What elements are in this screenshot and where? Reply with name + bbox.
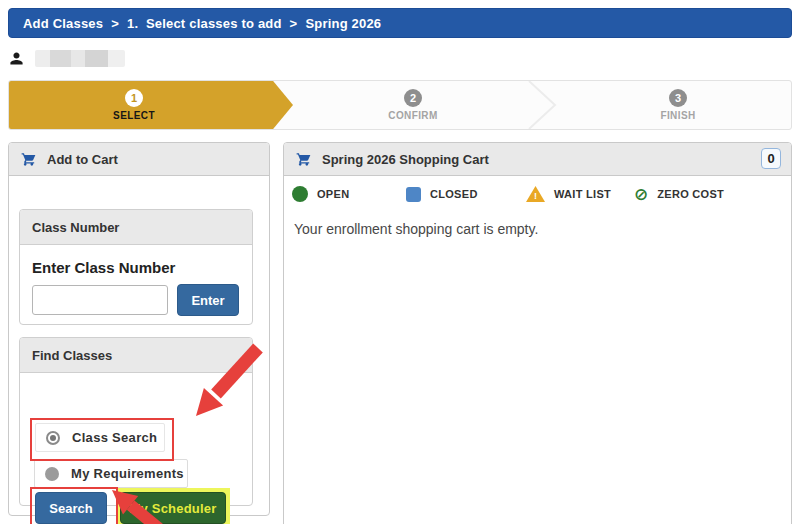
step-select: 1 SELECT (74, 81, 194, 129)
shopping-cart-header: Spring 2026 Shopping Cart 0 (284, 143, 791, 176)
breadcrumb-separator: > (290, 16, 298, 31)
my-scheduler-button[interactable]: My Scheduler (120, 492, 226, 524)
legend-label: ZERO COST (657, 188, 724, 200)
my-requirements-label: My Requirements (71, 466, 184, 481)
step-label: SELECT (113, 110, 155, 121)
legend-closed: CLOSED (406, 183, 478, 205)
class-search-label: Class Search (72, 430, 157, 445)
legend-open: OPEN (292, 183, 349, 205)
enter-button[interactable]: Enter (177, 284, 239, 316)
step-number-badge: 2 (404, 89, 422, 107)
zero-cost-status-icon: ⊘ (634, 186, 648, 203)
enrollment-stepper: 1 SELECT 2 CONFIRM 3 FINISH (8, 80, 792, 130)
legend-zero-cost: ⊘ ZERO COST (634, 183, 724, 205)
redacted-username (35, 50, 125, 67)
breadcrumb-add-classes[interactable]: Add Classes (23, 16, 103, 31)
cart-count-badge: 0 (761, 148, 781, 169)
breadcrumb-term[interactable]: Spring 2026 (305, 16, 381, 31)
legend-label: OPEN (317, 188, 349, 200)
step-label: CONFIRM (388, 110, 437, 121)
class-number-box-header: Class Number (20, 210, 252, 245)
legend-label: CLOSED (430, 188, 478, 200)
panel-title: Spring 2026 Shopping Cart (322, 152, 489, 167)
step-finish: 3 FINISH (618, 81, 738, 129)
radio-selected-icon[interactable] (46, 431, 60, 445)
step-confirm: 2 CONFIRM (353, 81, 473, 129)
enter-class-number-label: Enter Class Number (32, 259, 240, 276)
add-to-cart-header: Add to Cart (9, 143, 269, 176)
class-search-radio-option[interactable]: Class Search (35, 423, 165, 452)
waitlist-status-icon: ! (526, 186, 545, 202)
status-legend: OPEN CLOSED ! WAIT LIST ⊘ ZERO COST (284, 183, 791, 209)
closed-status-icon (406, 187, 421, 202)
empty-cart-message: Your enrollment shopping cart is empty. (294, 221, 538, 237)
cart-icon (295, 151, 312, 167)
search-button[interactable]: Search (35, 492, 107, 524)
person-icon (8, 49, 25, 68)
my-requirements-radio-option[interactable]: My Requirements (34, 459, 188, 488)
step-number-badge: 1 (125, 89, 143, 107)
shopping-cart-panel: Spring 2026 Shopping Cart 0 OPEN CLOSED … (283, 142, 792, 524)
breadcrumb-separator: > (111, 16, 119, 31)
class-number-input[interactable] (32, 285, 168, 315)
open-status-icon (292, 186, 308, 202)
step-label: FINISH (660, 110, 695, 121)
legend-wait-list: ! WAIT LIST (526, 183, 611, 205)
find-classes-box: Find Classes Class Search My Requirement… (19, 337, 253, 506)
class-number-box: Class Number Enter Class Number Enter (19, 209, 253, 325)
panel-title: Add to Cart (47, 152, 118, 167)
radio-unselected-icon[interactable] (45, 467, 59, 481)
cart-icon (20, 151, 37, 167)
breadcrumb: Add Classes > 1. Select classes to add >… (8, 8, 792, 38)
breadcrumb-select-classes[interactable]: 1. Select classes to add (127, 16, 282, 31)
page: Add Classes > 1. Select classes to add >… (0, 0, 800, 524)
find-classes-box-header: Find Classes (20, 338, 252, 373)
add-to-cart-panel: Add to Cart Class Number Enter Class Num… (8, 142, 270, 516)
step-number-badge: 3 (669, 89, 687, 107)
legend-label: WAIT LIST (554, 188, 611, 200)
user-bar (8, 46, 125, 70)
step-separator-chevron (526, 81, 560, 129)
scheduler-highlight-annotation: My Scheduler (116, 488, 230, 524)
